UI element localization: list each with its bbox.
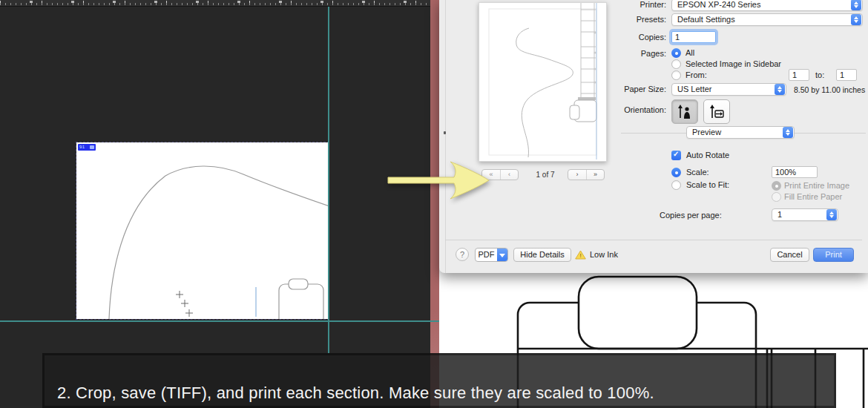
screenshot-root: 91 — [0, 0, 868, 408]
orientation-label: Orientation: — [447, 104, 666, 116]
presets-select[interactable]: Default Settings — [671, 13, 863, 26]
svg-text:!: ! — [579, 252, 581, 259]
paper-size-label: Paper Size: — [447, 83, 666, 95]
last-page-button[interactable]: » — [586, 170, 604, 180]
panel-select[interactable]: Preview — [686, 126, 795, 139]
orientation-portrait-button[interactable] — [671, 99, 698, 124]
printer-value: EPSON XP-240 Series — [677, 0, 848, 10]
warning-icon: ! — [575, 250, 586, 260]
print-dialog: « ‹ 1 of 7 › » Printer: EPSON XP-240 Ser… — [439, 0, 868, 273]
pages-to-label: to: — [815, 70, 824, 80]
selection-region[interactable]: 91 — [76, 142, 329, 319]
presets-value: Default Settings — [677, 14, 848, 25]
footer-separator — [445, 240, 862, 240]
scale-label: Scale: — [686, 168, 709, 177]
cancel-button[interactable]: Cancel — [770, 248, 809, 262]
pages-from-radio[interactable] — [671, 70, 681, 80]
panel-value: Preview — [692, 127, 780, 138]
template-fragment-drawing — [76, 142, 329, 319]
portrait-icon — [677, 103, 693, 121]
next-page-button[interactable]: › — [568, 170, 586, 180]
scale-to-fit-label: Scale to Fit: — [686, 180, 729, 190]
scale-input[interactable]: 100% — [772, 166, 818, 178]
pages-from-label: From: — [685, 70, 707, 80]
hide-details-button[interactable]: Hide Details — [513, 248, 571, 262]
copies-per-page-value: 1 — [777, 209, 823, 220]
caption-text: 2. Crop, save (TIFF), and print each sec… — [57, 384, 654, 403]
window-artifact-dot — [444, 131, 446, 134]
landscape-icon — [708, 103, 725, 121]
pickup-shape — [279, 279, 323, 319]
paper-size-select[interactable]: US Letter — [671, 83, 786, 96]
print-entire-image-label: Print Entire Image — [784, 181, 849, 191]
stepper-icon — [851, 14, 861, 25]
print-entire-image-radio[interactable] — [772, 181, 781, 191]
annotation-arrow — [382, 157, 493, 203]
auto-rotate-label: Auto Rotate — [686, 151, 729, 160]
caption-overlay: 2. Crop, save (TIFF), and print each sec… — [42, 353, 836, 408]
stepper-icon — [851, 0, 861, 10]
pages-label: Pages: — [447, 47, 666, 59]
low-ink-status: Low Ink — [590, 250, 618, 259]
copies-per-page-select[interactable]: 1 — [772, 208, 838, 221]
ruler-minor-ticks — [0, 3, 430, 5]
page-status: 1 of 7 — [526, 171, 565, 179]
copies-input[interactable]: 1 — [671, 31, 716, 43]
pages-selected-label: Selected Image in Sidebar — [685, 59, 781, 69]
pdf-menu-button[interactable]: PDF — [475, 248, 508, 262]
printer-label: Printer: — [447, 0, 666, 10]
guide-line-vertical — [328, 7, 329, 353]
copies-per-page-label: Copies per page: — [660, 211, 722, 220]
preview-page-drawing — [479, 3, 606, 161]
fill-entire-paper-radio[interactable] — [772, 192, 781, 202]
fill-entire-paper-label: Fill Entire Paper — [784, 192, 842, 202]
paper-dimensions: 8.50 by 11.00 inches — [794, 84, 865, 96]
pdf-label: PDF — [476, 249, 497, 261]
presets-label: Presets: — [447, 13, 666, 25]
selection-badge: 91 — [78, 144, 96, 151]
stepper-icon — [783, 127, 793, 138]
pages-all-label: All — [685, 48, 694, 58]
orientation-landscape-button[interactable] — [703, 99, 730, 124]
print-preview-page — [479, 2, 607, 162]
scale-to-fit-radio[interactable] — [671, 180, 681, 190]
print-button[interactable]: Print — [813, 248, 854, 262]
copies-label: Copies: — [447, 31, 666, 43]
pages-all-radio[interactable] — [671, 48, 681, 58]
ruler-numbers — [30, 1, 460, 3]
pages-selected-radio[interactable] — [671, 59, 681, 69]
ruler — [0, 0, 430, 7]
help-button[interactable]: ? — [456, 248, 469, 261]
previous-page-button[interactable]: ‹ — [500, 170, 518, 180]
page-from-input[interactable]: 1 — [789, 69, 809, 81]
printer-select[interactable]: EPSON XP-240 Series — [671, 0, 863, 11]
stepper-icon — [775, 84, 785, 95]
paper-size-value: US Letter — [677, 84, 772, 95]
pager-forward-group: › » — [568, 169, 605, 180]
chevron-down-icon — [497, 249, 507, 261]
guide-line-horizontal — [0, 320, 439, 322]
red-window-strip — [430, 0, 439, 408]
registration-crosses — [176, 291, 193, 317]
stepper-icon — [826, 209, 837, 220]
scale-radio[interactable] — [671, 168, 681, 177]
auto-rotate-checkbox[interactable] — [671, 151, 681, 160]
page-to-input[interactable]: 1 — [836, 69, 857, 81]
